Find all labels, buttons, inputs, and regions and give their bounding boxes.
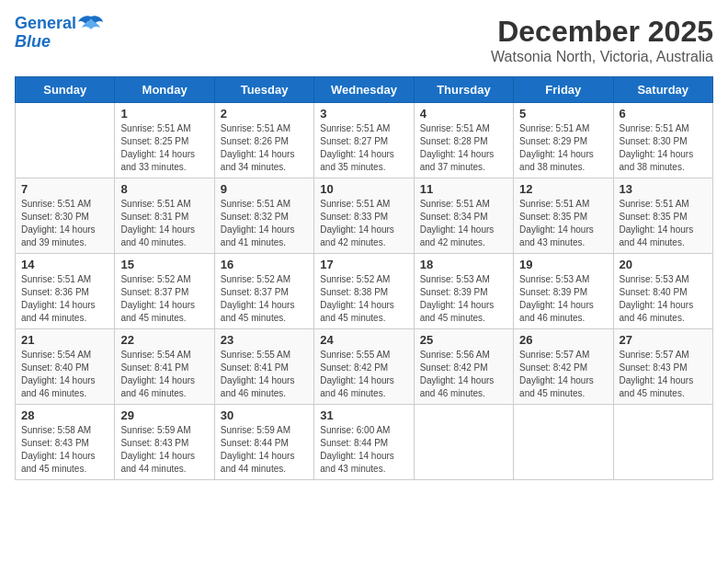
calendar-week-row: 21Sunrise: 5:54 AM Sunset: 8:40 PM Dayli… [16,329,713,405]
day-number: 17 [320,258,407,271]
day-info: Sunrise: 5:51 AM Sunset: 8:36 PM Dayligh… [21,273,108,325]
day-of-week-header: Sunday [16,77,115,103]
table-row: 3Sunrise: 5:51 AM Sunset: 8:27 PM Daylig… [314,103,414,178]
day-info: Sunrise: 5:51 AM Sunset: 8:25 PM Dayligh… [120,122,208,174]
table-row: 6Sunrise: 5:51 AM Sunset: 8:30 PM Daylig… [613,103,712,178]
day-number: 16 [221,258,308,271]
day-number: 5 [519,107,607,121]
day-info: Sunrise: 5:51 AM Sunset: 8:30 PM Dayligh… [620,122,707,174]
day-info: Sunrise: 5:51 AM Sunset: 8:35 PM Dayligh… [620,198,707,249]
day-info: Sunrise: 5:52 AM Sunset: 8:37 PM Dayligh… [221,273,308,325]
day-info: Sunrise: 5:59 AM Sunset: 8:43 PM Dayligh… [120,424,208,476]
day-number: 20 [620,258,707,271]
day-number: 9 [221,182,308,196]
table-row: 30Sunrise: 5:59 AM Sunset: 8:44 PM Dayli… [214,405,313,480]
logo-text: General [15,15,76,33]
day-info: Sunrise: 5:53 AM Sunset: 8:39 PM Dayligh… [519,273,607,325]
day-number: 30 [221,408,308,422]
calendar-week-row: 14Sunrise: 5:51 AM Sunset: 8:36 PM Dayli… [16,254,713,329]
calendar-week-row: 7Sunrise: 5:51 AM Sunset: 8:30 PM Daylig… [16,178,713,254]
day-info: Sunrise: 5:51 AM Sunset: 8:32 PM Dayligh… [221,198,308,249]
day-of-week-header: Friday [514,77,613,103]
table-row: 11Sunrise: 5:51 AM Sunset: 8:34 PM Dayli… [414,178,513,254]
table-row: 4Sunrise: 5:51 AM Sunset: 8:28 PM Daylig… [414,103,513,178]
day-number: 8 [120,182,208,196]
table-row: 26Sunrise: 5:57 AM Sunset: 8:42 PM Dayli… [514,329,613,405]
day-info: Sunrise: 5:54 AM Sunset: 8:41 PM Dayligh… [120,349,208,400]
table-row: 27Sunrise: 5:57 AM Sunset: 8:43 PM Dayli… [613,329,712,405]
day-number: 19 [519,258,607,271]
page-header: General Blue December 2025 Watsonia Nort… [15,15,713,65]
day-number: 26 [519,333,607,347]
day-of-week-header: Saturday [613,77,712,103]
calendar-table: SundayMondayTuesdayWednesdayThursdayFrid… [15,76,713,480]
table-row: 2Sunrise: 5:51 AM Sunset: 8:26 PM Daylig… [214,103,313,178]
table-row: 8Sunrise: 5:51 AM Sunset: 8:31 PM Daylig… [115,178,214,254]
day-info: Sunrise: 5:52 AM Sunset: 8:38 PM Dayligh… [320,273,407,325]
calendar-week-row: 28Sunrise: 5:58 AM Sunset: 8:43 PM Dayli… [16,405,713,480]
table-row: 5Sunrise: 5:51 AM Sunset: 8:29 PM Daylig… [514,103,613,178]
day-of-week-header: Tuesday [214,77,313,103]
day-info: Sunrise: 5:58 AM Sunset: 8:43 PM Dayligh… [21,424,108,476]
day-info: Sunrise: 5:53 AM Sunset: 8:39 PM Dayligh… [420,273,507,325]
day-number: 21 [21,333,108,347]
table-row: 25Sunrise: 5:56 AM Sunset: 8:42 PM Dayli… [414,329,513,405]
table-row: 29Sunrise: 5:59 AM Sunset: 8:43 PM Dayli… [115,405,214,480]
day-number: 4 [420,107,507,121]
table-row: 12Sunrise: 5:51 AM Sunset: 8:35 PM Dayli… [514,178,613,254]
day-of-week-header: Wednesday [314,77,414,103]
day-info: Sunrise: 5:55 AM Sunset: 8:41 PM Dayligh… [221,349,308,400]
table-row [414,405,513,480]
day-number: 25 [420,333,507,347]
table-row: 16Sunrise: 5:52 AM Sunset: 8:37 PM Dayli… [214,254,313,329]
day-info: Sunrise: 5:53 AM Sunset: 8:40 PM Dayligh… [620,273,707,325]
logo: General Blue [15,15,104,52]
day-number: 3 [320,107,407,121]
table-row: 19Sunrise: 5:53 AM Sunset: 8:39 PM Dayli… [514,254,613,329]
table-row: 24Sunrise: 5:55 AM Sunset: 8:42 PM Dayli… [314,329,414,405]
table-row: 23Sunrise: 5:55 AM Sunset: 8:41 PM Dayli… [214,329,313,405]
calendar-header-row: SundayMondayTuesdayWednesdayThursdayFrid… [16,77,713,103]
day-of-week-header: Thursday [414,77,513,103]
day-of-week-header: Monday [115,77,214,103]
table-row: 31Sunrise: 6:00 AM Sunset: 8:44 PM Dayli… [314,405,414,480]
day-number: 15 [120,258,208,271]
day-info: Sunrise: 5:51 AM Sunset: 8:34 PM Dayligh… [420,198,507,249]
day-info: Sunrise: 5:57 AM Sunset: 8:42 PM Dayligh… [519,349,607,400]
day-info: Sunrise: 5:52 AM Sunset: 8:37 PM Dayligh… [120,273,208,325]
table-row: 15Sunrise: 5:52 AM Sunset: 8:37 PM Dayli… [115,254,214,329]
location-title: Watsonia North, Victoria, Australia [491,49,713,65]
day-number: 29 [120,408,208,422]
table-row: 20Sunrise: 5:53 AM Sunset: 8:40 PM Dayli… [613,254,712,329]
logo-blue-text: Blue [15,33,51,52]
day-number: 2 [221,107,308,121]
day-number: 28 [21,408,108,422]
logo-bird-icon [78,15,104,33]
day-number: 24 [320,333,407,347]
table-row: 28Sunrise: 5:58 AM Sunset: 8:43 PM Dayli… [16,405,115,480]
table-row: 7Sunrise: 5:51 AM Sunset: 8:30 PM Daylig… [16,178,115,254]
day-info: Sunrise: 5:51 AM Sunset: 8:35 PM Dayligh… [519,198,607,249]
table-row [514,405,613,480]
day-number: 1 [120,107,208,121]
day-number: 12 [519,182,607,196]
day-info: Sunrise: 5:51 AM Sunset: 8:27 PM Dayligh… [320,122,407,174]
table-row: 17Sunrise: 5:52 AM Sunset: 8:38 PM Dayli… [314,254,414,329]
day-number: 14 [21,258,108,271]
day-number: 27 [620,333,707,347]
title-section: December 2025 Watsonia North, Victoria, … [491,15,713,65]
day-info: Sunrise: 5:59 AM Sunset: 8:44 PM Dayligh… [221,424,308,476]
day-info: Sunrise: 5:51 AM Sunset: 8:29 PM Dayligh… [519,122,607,174]
day-info: Sunrise: 5:57 AM Sunset: 8:43 PM Dayligh… [620,349,707,400]
table-row: 9Sunrise: 5:51 AM Sunset: 8:32 PM Daylig… [214,178,313,254]
day-info: Sunrise: 5:51 AM Sunset: 8:33 PM Dayligh… [320,198,407,249]
table-row: 21Sunrise: 5:54 AM Sunset: 8:40 PM Dayli… [16,329,115,405]
day-info: Sunrise: 5:51 AM Sunset: 8:31 PM Dayligh… [120,198,208,249]
day-number: 31 [320,408,407,422]
table-row: 18Sunrise: 5:53 AM Sunset: 8:39 PM Dayli… [414,254,513,329]
day-number: 11 [420,182,507,196]
day-info: Sunrise: 5:51 AM Sunset: 8:26 PM Dayligh… [221,122,308,174]
table-row: 22Sunrise: 5:54 AM Sunset: 8:41 PM Dayli… [115,329,214,405]
day-info: Sunrise: 5:56 AM Sunset: 8:42 PM Dayligh… [420,349,507,400]
day-info: Sunrise: 6:00 AM Sunset: 8:44 PM Dayligh… [320,424,407,476]
